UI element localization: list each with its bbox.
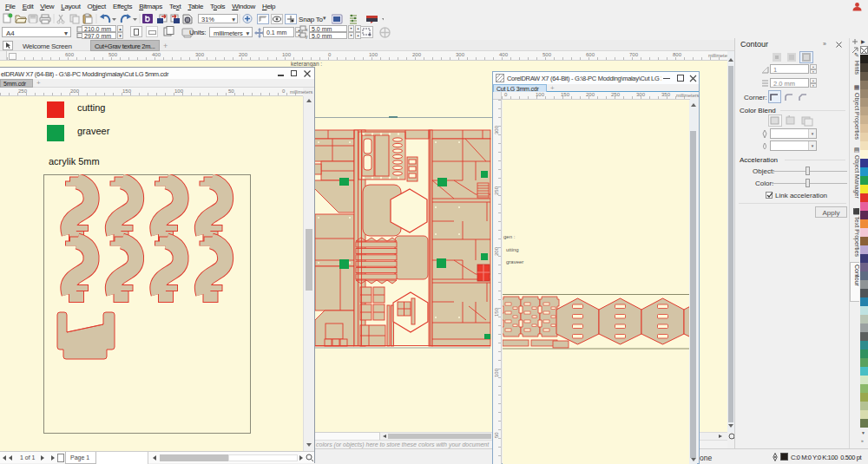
svg-text:y: y	[306, 34, 308, 39]
svg-text:x: x	[306, 27, 308, 32]
